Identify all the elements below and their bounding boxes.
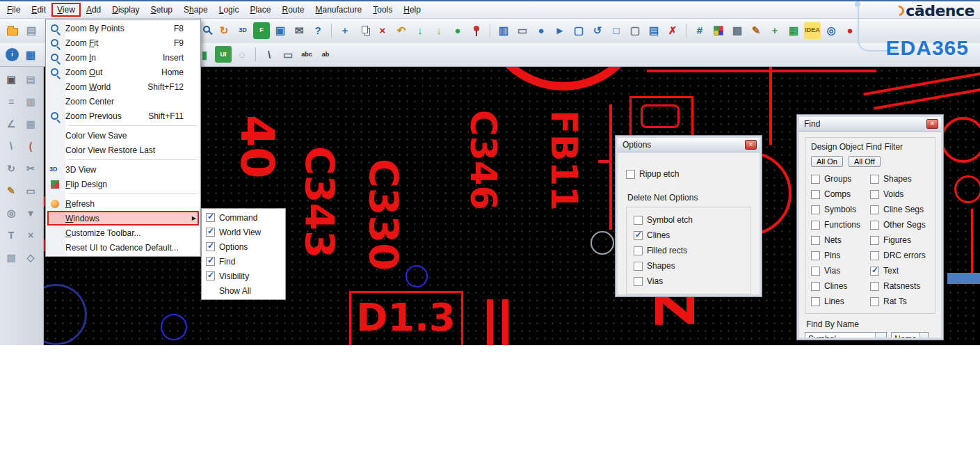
menu-zoom-previous[interactable]: Zoom Previous Shift+F11: [47, 109, 199, 123]
pin-icon[interactable]: [468, 22, 485, 39]
find-filter-checkbox[interactable]: Voids: [870, 187, 929, 202]
menu-place[interactable]: Place: [244, 3, 276, 17]
next-icon[interactable]: ↓: [431, 22, 447, 39]
submenu-visibility[interactable]: Visibility: [203, 269, 284, 283]
text-tool-icon[interactable]: T: [3, 227, 19, 244]
find-filter-checkbox[interactable]: Symbols: [811, 202, 870, 217]
erase-icon[interactable]: ×: [22, 227, 39, 244]
find-panel-titlebar[interactable]: Find: [799, 117, 941, 132]
find-filter-checkbox[interactable]: Pins: [811, 248, 870, 263]
frame-icon[interactable]: ▢: [627, 22, 643, 39]
find-filter-checkbox[interactable]: Rat Ts: [870, 294, 929, 309]
menu-windows[interactable]: Windows: [47, 211, 199, 226]
option-checkbox[interactable]: Symbol etch: [634, 212, 744, 228]
find-filter-checkbox[interactable]: Lines: [811, 294, 870, 309]
find-name-mode-select[interactable]: Name: [891, 332, 929, 340]
menu-add[interactable]: Add: [81, 3, 106, 17]
menu-zoom-out[interactable]: Zoom Out Home: [47, 65, 199, 79]
delete-icon[interactable]: ×: [374, 22, 391, 39]
find-by-name-type-select[interactable]: Symbol: [805, 332, 887, 340]
properties-icon[interactable]: ▦: [22, 46, 39, 63]
idea-icon[interactable]: IDEA: [804, 22, 821, 39]
menu-color-view-restore[interactable]: Color View Restore Last: [47, 143, 199, 157]
chevron-down-icon[interactable]: [919, 333, 928, 340]
menu-help[interactable]: Help: [398, 3, 426, 17]
menu-view[interactable]: View: [51, 3, 81, 17]
find-filter-checkbox[interactable]: Nets: [811, 232, 870, 248]
option-checkbox[interactable]: Filled rects: [634, 243, 744, 258]
chevron-down-icon[interactable]: [875, 333, 886, 340]
menu-edit[interactable]: Edit: [26, 3, 51, 17]
angle-icon[interactable]: ∠: [3, 116, 19, 132]
waive-drc-icon[interactable]: +: [766, 22, 783, 39]
pencil-icon[interactable]: ✎: [3, 182, 19, 199]
find-filter-checkbox[interactable]: Other Segs: [870, 217, 929, 232]
close-icon[interactable]: [745, 140, 757, 150]
info-icon[interactable]: i: [6, 48, 19, 61]
find-filter-checkbox[interactable]: Comps: [811, 187, 870, 202]
notes-icon[interactable]: ▤: [645, 22, 662, 39]
report-icon[interactable]: ✗: [664, 22, 681, 39]
ui-icon[interactable]: UI: [215, 46, 232, 63]
window-icon[interactable]: □: [608, 22, 625, 39]
color-icon[interactable]: [710, 22, 727, 39]
mirror-icon[interactable]: ▥: [495, 22, 512, 39]
menu-zoom-center[interactable]: Zoom Center: [47, 94, 199, 109]
option-checkbox[interactable]: Vias: [634, 274, 744, 289]
close-icon[interactable]: [926, 119, 938, 129]
done-icon[interactable]: ↓: [412, 22, 428, 39]
flip-design-icon[interactable]: F: [253, 22, 270, 39]
rats-icon[interactable]: ◌: [234, 46, 250, 63]
find-filter-checkbox[interactable]: Clines: [811, 278, 870, 294]
menu-zoom-in[interactable]: Zoom In Insert: [47, 50, 199, 65]
rectangle-icon[interactable]: ▭: [514, 22, 531, 39]
find-filter-checkbox[interactable]: Figures: [870, 232, 929, 248]
shade-icon[interactable]: ▩: [729, 22, 746, 39]
grid-icon[interactable]: #: [691, 22, 708, 39]
rectangle-tool-icon[interactable]: ▭: [280, 46, 296, 63]
submenu-world-view[interactable]: World View: [203, 225, 284, 239]
xsection-icon[interactable]: ▦: [785, 22, 802, 39]
help-icon[interactable]: ?: [310, 22, 326, 39]
loop-icon[interactable]: ↻: [3, 160, 19, 177]
stack2-icon[interactable]: ▦: [22, 116, 39, 132]
submenu-options[interactable]: Options: [203, 239, 284, 254]
find-filter-checkbox[interactable]: Ratsnests: [870, 278, 929, 294]
world-icon[interactable]: ●: [449, 22, 466, 39]
brush-icon[interactable]: ✎: [748, 22, 764, 39]
ripup-etch-checkbox[interactable]: Ripup etch: [626, 166, 751, 182]
via-icon[interactable]: ◎: [3, 205, 19, 221]
group-icon[interactable]: ▧: [3, 249, 19, 266]
menu-file[interactable]: File: [1, 3, 26, 17]
status-icon[interactable]: ●: [842, 22, 858, 39]
slash-icon[interactable]: \: [3, 138, 19, 155]
snap-icon[interactable]: ◇: [22, 249, 39, 266]
menu-tools[interactable]: Tools: [367, 3, 398, 17]
menu-display[interactable]: Display: [106, 3, 145, 17]
form-icon[interactable]: ▢: [570, 22, 587, 39]
stack-icon[interactable]: ▥: [22, 93, 39, 110]
menu-zoom-fit[interactable]: Zoom Fit F9: [47, 35, 199, 50]
find-filter-checkbox[interactable]: DRC errors: [870, 248, 929, 263]
line-icon[interactable]: \: [261, 46, 278, 63]
submenu-show-all[interactable]: Show All: [203, 283, 284, 298]
all-off-button[interactable]: All Off: [849, 156, 881, 167]
arc-icon[interactable]: (: [22, 138, 39, 155]
option-checkbox[interactable]: Shapes: [634, 258, 744, 274]
menu-flip-design[interactable]: Flip Design: [47, 177, 199, 191]
menu-zoom-world[interactable]: Zoom World Shift+F12: [47, 79, 199, 94]
find-filter-checkbox[interactable]: Text: [870, 263, 929, 278]
option-checkbox[interactable]: Clines: [634, 228, 744, 243]
options-dialog-titlebar[interactable]: Options: [618, 138, 760, 152]
cascade-windows-icon[interactable]: ▣: [272, 22, 289, 39]
mail-icon[interactable]: ✉: [291, 22, 307, 39]
menu-setup[interactable]: Setup: [145, 3, 178, 17]
menu-refresh[interactable]: Refresh: [47, 196, 199, 211]
menu-color-view-save[interactable]: Color View Save: [47, 128, 199, 143]
circle-icon[interactable]: ●: [533, 22, 549, 39]
highlight-icon[interactable]: ◎: [823, 22, 840, 39]
menu-shape[interactable]: Shape: [178, 3, 214, 17]
plot-icon[interactable]: ▤: [23, 22, 40, 39]
undo-view-icon[interactable]: ↺: [589, 22, 606, 39]
menu-reset-ui[interactable]: Reset UI to Cadence Default...: [47, 240, 199, 255]
